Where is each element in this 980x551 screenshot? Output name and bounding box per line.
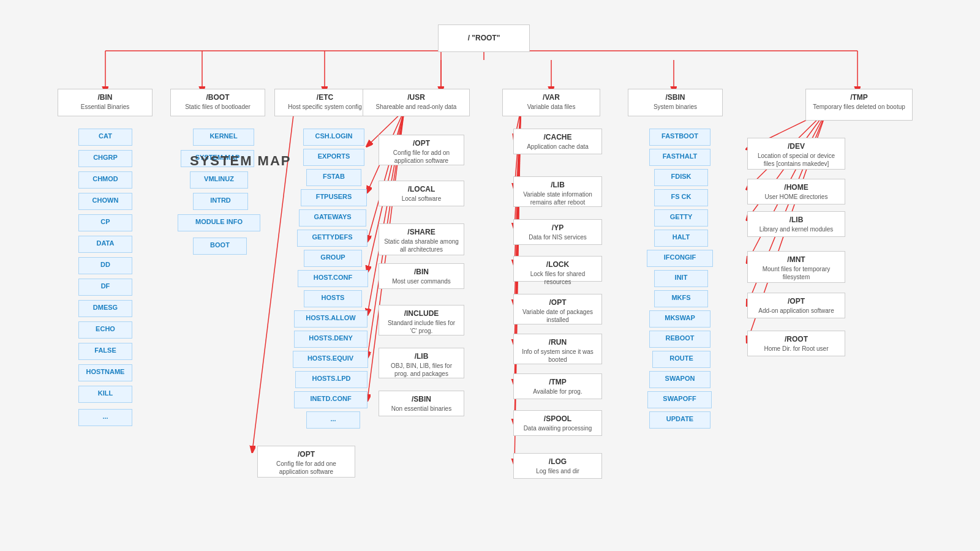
sbin-item-3: FS CK [654, 189, 708, 206]
etc-title: /ETC [280, 93, 370, 103]
etc-opt-box: /OPT Config file for add one application… [257, 446, 355, 478]
bin-item-5: DATA [78, 236, 132, 253]
root-title: / "ROOT" [468, 34, 500, 43]
var-title: /VAR [508, 93, 595, 103]
var-run: /RUN Info of system since it was booted [513, 334, 602, 364]
usr-local: /LOCAL Local software [379, 181, 464, 206]
sbin-sub: System binaries [633, 103, 717, 111]
sbin-item-5: HALT [654, 230, 708, 247]
usr-include: /INCLUDE Standard include files for 'C' … [379, 305, 464, 335]
bin-title: /BIN [63, 93, 147, 103]
etc-item-1: EXPORTS [303, 149, 364, 166]
boot-item-4: MODULE INFO [178, 214, 260, 231]
page-title: SYSTEM MAP [190, 153, 291, 169]
svg-line-14 [368, 110, 404, 241]
etc-item-12: HOSTS.LPD [295, 371, 368, 388]
bin-item-1: CHGRP [78, 150, 132, 167]
etc-item-more: ... [306, 411, 360, 429]
usr-sbin: /SBIN Non essential binaries [379, 391, 464, 416]
etc-opt-sub: Config file for add one application soft… [263, 460, 350, 476]
sbin-title: /SBIN [633, 93, 717, 103]
var-log: /LOG Log files and dir [513, 453, 602, 479]
bin-item-11: HOSTNAME [78, 364, 132, 381]
usr-lib: /LIB OBJ, BIN, LIB, files for prog. and … [379, 348, 464, 378]
sbin-item-8: MKFS [654, 290, 708, 307]
tmp-opt: /OPT Add-on application software [747, 293, 845, 318]
etc-header: /ETC Host specific system config [274, 89, 375, 116]
bin-item-8: DMESG [78, 300, 132, 317]
boot-item-0: KERNEL [193, 129, 254, 146]
sbin-item-10: REBOOT [649, 331, 710, 348]
etc-item-13: INETD.CONF [294, 391, 368, 408]
var-yp: /YP Data for NIS services [513, 219, 602, 245]
etc-item-2: FSTAB [306, 169, 361, 186]
etc-item-4: GATEWAYS [299, 209, 366, 227]
bin-item-3: CHOWN [78, 193, 132, 210]
boot-title: /BOOT [176, 93, 260, 103]
boot-sub: Static files of bootloader [176, 103, 260, 111]
tmp-mnt: /MNT Mount files for temporary filesyste… [747, 251, 845, 283]
sbin-item-2: FDISK [654, 169, 708, 186]
sbin-item-13: SWAPOFF [647, 391, 712, 408]
boot-header: /BOOT Static files of bootloader [170, 89, 265, 116]
diagram-container: / "ROOT" /BIN Essential Binaries CAT CHG… [0, 0, 980, 551]
var-lock: /LOCK Lock files for shared resources [513, 256, 602, 282]
var-spool: /SPOOL Data awaiting processing [513, 410, 602, 436]
var-lib: /LIB Variable state information remains … [513, 176, 602, 207]
tmp-root: /ROOT Home Dir. for Root user [747, 331, 845, 356]
diagram-inner: / "ROOT" /BIN Essential Binaries CAT CHG… [12, 6, 968, 533]
boot-item-2: VMLINUZ [190, 171, 248, 189]
sbin-item-7: INIT [654, 270, 708, 287]
sbin-item-4: GETTY [654, 209, 708, 227]
var-cache: /CACHE Application cache data [513, 129, 602, 154]
bin-item-4: CP [78, 214, 132, 231]
etc-item-8: HOSTS [304, 290, 362, 307]
etc-item-5: GETTYDEFS [297, 230, 368, 247]
bin-item-more: ... [78, 409, 132, 426]
sbin-item-1: FASTHALT [649, 149, 710, 166]
root-box: / "ROOT" [438, 24, 530, 52]
bin-item-7: DF [78, 279, 132, 296]
etc-item-9: HOSTS.ALLOW [294, 310, 368, 328]
boot-item-5: BOOT [193, 238, 247, 255]
etc-item-6: GROUP [304, 250, 362, 267]
tmp-lib: /LIB Library and kernel modules [747, 211, 845, 237]
bin-item-12: KILL [78, 386, 132, 403]
bin-sub: Essential Binaries [63, 103, 147, 111]
usr-title: /USR [368, 93, 464, 103]
usr-bin: /BIN Most user commands [379, 263, 464, 289]
bin-item-6: DD [78, 257, 132, 274]
etc-item-3: FTPUSERS [301, 189, 367, 206]
bin-header: /BIN Essential Binaries [58, 89, 153, 116]
etc-item-10: HOSTS.DENY [294, 331, 368, 348]
sbin-item-12: SWAPON [649, 371, 710, 388]
etc-item-7: HOST.CONF [298, 270, 368, 287]
bin-item-0: CAT [78, 129, 132, 146]
var-tmp: /TMP Available for prog. [513, 373, 602, 399]
bin-item-10: FALSE [78, 343, 132, 360]
svg-line-21 [514, 110, 521, 228]
var-opt: /OPT Variable date of packages installed [513, 294, 602, 324]
sbin-item-6: IFCONGIF [647, 250, 713, 267]
tmp-dev: /DEV Location of special or device files… [747, 138, 845, 170]
tmp-home: /HOME User HOME directories [747, 179, 845, 204]
usr-opt: /OPT Config file for add on application … [379, 135, 464, 165]
sbin-item-14: UPDATE [649, 411, 710, 429]
bin-item-9: ECHO [78, 321, 132, 339]
usr-sub: Shareable and read-only data [368, 103, 464, 111]
usr-header: /USR Shareable and read-only data [363, 89, 470, 116]
sbin-header: /SBIN System binaries [628, 89, 723, 116]
bin-item-2: CHMOD [78, 171, 132, 189]
sbin-item-11: ROUTE [652, 351, 710, 368]
var-sub: Variable data files [508, 103, 595, 111]
tmp-sub: Temporary files deleted on bootup [811, 103, 907, 111]
tmp-header: /TMP Temporary files deleted on bootup [805, 89, 913, 121]
sbin-item-9: MKSWAP [649, 310, 710, 328]
var-header: /VAR Variable data files [502, 89, 600, 116]
tmp-title: /TMP [811, 93, 907, 103]
etc-sub: Host specific system config [280, 103, 370, 111]
etc-item-11: HOSTS.EQUIV [293, 351, 368, 368]
usr-share: /SHARE Static data sharable among all ar… [379, 223, 464, 255]
etc-opt-title: /OPT [263, 450, 350, 460]
etc-item-0: CSH.LOGIN [303, 129, 364, 146]
